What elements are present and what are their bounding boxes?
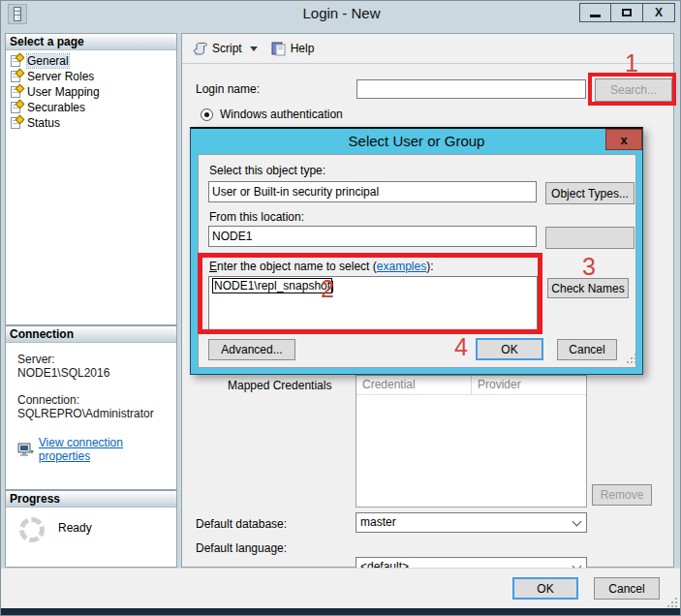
page-icon	[11, 101, 23, 114]
dialog-title: Select User or Group	[191, 133, 642, 149]
minimize-button[interactable]	[579, 3, 611, 22]
view-connection-properties-link[interactable]: View connection properties	[39, 436, 176, 463]
page-icon	[11, 70, 23, 83]
script-button[interactable]: Script	[192, 42, 258, 56]
sidebar-item-server-roles[interactable]: Server Roles	[9, 69, 176, 84]
help-icon	[271, 42, 287, 56]
default-language-label: Default language:	[196, 541, 287, 555]
resize-grip[interactable]	[667, 598, 677, 607]
sidebar-item-general[interactable]: General	[9, 53, 176, 69]
page-icon	[11, 54, 23, 68]
progress-header: Progress	[6, 491, 176, 508]
server-label: Server:	[17, 353, 176, 366]
provider-column-header[interactable]: Provider	[472, 376, 586, 394]
locations-button[interactable]	[545, 227, 635, 249]
page-icon	[11, 85, 23, 99]
close-icon: X	[655, 6, 663, 19]
progress-status: Ready	[58, 521, 92, 535]
connection-label: Connection:	[17, 393, 176, 407]
minimize-icon	[590, 15, 601, 17]
object-name-label: Enter the object name to select (example…	[209, 260, 433, 273]
dialog-cancel-button[interactable]: Cancel	[557, 339, 617, 360]
bottom-bar: OK Cancel	[1, 568, 681, 608]
from-location-label: From this location:	[209, 210, 304, 224]
computer-icon	[17, 443, 35, 457]
close-icon: x	[620, 133, 627, 147]
sidebar-item-status[interactable]: Status	[9, 115, 176, 131]
mapped-credentials-label: Mapped Credentials	[228, 379, 331, 392]
remove-button[interactable]: Remove	[592, 484, 652, 506]
script-label: Script	[212, 42, 242, 55]
credentials-table[interactable]: Credential Provider	[356, 375, 587, 508]
examples-link[interactable]: examples	[377, 260, 426, 273]
windows-auth-option[interactable]: Windows authentication	[201, 108, 343, 121]
maximize-icon	[622, 9, 632, 16]
desktop-strip	[1, 608, 681, 616]
object-type-label: Select this object type:	[209, 164, 325, 177]
windows-auth-label: Windows authentication	[220, 108, 343, 121]
help-button[interactable]: Help	[271, 42, 315, 56]
titlebar[interactable]: Login - New X	[1, 1, 681, 27]
text-caret	[332, 281, 333, 293]
dialog-ok-button[interactable]: OK	[476, 338, 543, 360]
radio-selected-icon[interactable]	[201, 108, 213, 121]
cancel-button[interactable]: Cancel	[594, 577, 660, 600]
help-label: Help	[291, 42, 315, 55]
script-icon	[192, 42, 208, 56]
progress-panel: Progress Ready	[5, 490, 177, 568]
connection-header: Connection	[6, 326, 176, 343]
page-icon	[11, 116, 23, 130]
default-database-value: master	[360, 515, 396, 529]
toolbar: Script Help	[182, 34, 673, 64]
object-types-button[interactable]: Object Types...	[545, 182, 635, 204]
script-dropdown-icon[interactable]	[250, 46, 258, 51]
location-field[interactable]: NODE1	[208, 226, 537, 247]
advanced-button[interactable]: Advanced...	[208, 339, 295, 360]
object-type-field[interactable]: User or Built-in security principal	[208, 181, 537, 202]
ok-button[interactable]: OK	[512, 577, 578, 600]
login-name-input[interactable]	[356, 79, 586, 99]
connection-value: SQLREPRO\Administrator	[17, 407, 176, 420]
dialog-body: Select this object type: User or Built-i…	[198, 154, 636, 368]
maximize-button[interactable]	[611, 3, 643, 22]
object-name-textarea[interactable]: NODE1\repl_snapshot	[208, 276, 538, 331]
select-user-or-group-dialog: Select User or Group x Select this objec…	[190, 127, 643, 375]
server-value: NODE1\SQL2016	[17, 366, 176, 380]
sidebar-item-securables[interactable]: Securables	[9, 100, 176, 115]
sidebar-item-user-mapping[interactable]: User Mapping	[9, 84, 176, 100]
dialog-close-button[interactable]: x	[605, 129, 642, 150]
search-button[interactable]: Search...	[595, 78, 672, 102]
select-a-page-panel: Select a page General Server Roles User …	[5, 33, 177, 325]
check-names-button[interactable]: Check Names	[547, 278, 629, 298]
default-database-label: Default database:	[196, 517, 287, 531]
login-name-label: Login name:	[196, 82, 260, 96]
progress-spinner-icon	[19, 517, 45, 542]
login-new-window: Login - New X Select a page General Serv…	[0, 0, 681, 616]
select-a-page-header: Select a page	[6, 34, 176, 50]
connection-panel: Connection Server: NODE1\SQL2016 Connect…	[5, 325, 177, 490]
chevron-down-icon	[573, 517, 582, 527]
default-database-select[interactable]: master	[356, 512, 587, 533]
object-name-value: NODE1\repl_snapshot	[212, 278, 332, 293]
dialog-resize-grip[interactable]	[627, 354, 636, 363]
close-button[interactable]: X	[643, 3, 675, 22]
page-tree: General Server Roles User Mapping Secura…	[6, 50, 176, 131]
credential-column-header[interactable]: Credential	[356, 376, 472, 394]
